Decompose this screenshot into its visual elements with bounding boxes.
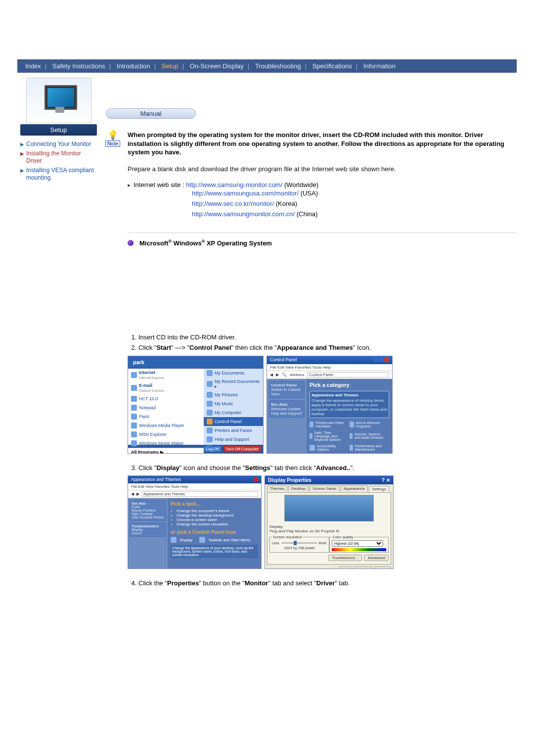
sidebar-link-connecting[interactable]: Connecting Your Monitor (26, 141, 91, 148)
troubleshoot-button[interactable]: Troubleshoot… (328, 555, 362, 561)
display-icon-label[interactable]: Display (179, 538, 192, 542)
step-1: Insert CD into the CD-ROM driver. (138, 333, 517, 342)
link-usa[interactable]: http://www.samsungusa.com/monitor/ (192, 189, 299, 197)
start-control-panel[interactable]: Control Panel (204, 417, 263, 426)
tab-screensaver[interactable]: Screen Saver (310, 485, 339, 491)
dp-tabs[interactable]: Themes Desktop Screen Saver Appearance S… (265, 484, 393, 492)
setup-section-label: Setup (20, 124, 97, 136)
link-korea[interactable]: http://www.sec.co.kr/monitor/ (192, 200, 274, 207)
arrow-icon: ▶ (20, 168, 24, 174)
at-menubar[interactable]: File Edit View Favorites Tools Help (128, 483, 261, 490)
screenshot-control-panel: Control Panel File Edit View Favorites T… (267, 356, 393, 454)
top-nav: Index| Safety Instructions| Introduction… (17, 59, 517, 73)
apply-button[interactable]: Apply (374, 567, 391, 569)
link-worldwide[interactable]: http://www.samsung-monitor.com/ (186, 181, 282, 189)
note-label: Note (105, 141, 120, 147)
screenshot-start-menu: park InternetInternet Explorer E-mailOut… (128, 356, 264, 454)
screen-resolution-group: Screen resolution Less More 1024 by 768 … (269, 535, 329, 553)
ok-button[interactable]: OK (339, 567, 352, 569)
tab-appearance[interactable]: Appearance (341, 485, 368, 491)
section-bullet-icon (128, 240, 134, 246)
nav-intro[interactable]: Introduction (114, 62, 153, 70)
sidebar-link-vesa[interactable]: Installing VESA compliant mounting (26, 167, 97, 182)
steps-list-cont2: Click the "Properties" button on the "Mo… (128, 579, 517, 588)
steps-list-cont: Click "Display" icon and choose the "Set… (128, 464, 517, 473)
step-4: Click the "Properties" button on the "Mo… (138, 579, 517, 588)
sidebar-links: ▶ Connecting Your Monitor ▶ Installing t… (20, 140, 97, 183)
cp-menubar[interactable]: File Edit View Favorites Tools Help (267, 364, 392, 371)
nav-safety[interactable]: Safety Instructions (49, 62, 108, 70)
nav-info[interactable]: Information (360, 62, 399, 70)
dp-display-value: Plug and Play Monitor on 3D Prophet III (269, 529, 389, 533)
link-china[interactable]: http://www.samsungmonitor.com.cn/ (192, 210, 295, 218)
cancel-button[interactable]: Cancel (353, 567, 372, 569)
start-menu-user: park (128, 356, 263, 369)
window-controls[interactable] (254, 477, 258, 482)
dp-monitor-preview (284, 495, 374, 521)
nav-setup[interactable]: Setup (159, 62, 181, 70)
os-heading: Microsoft® Windows® XP Operating System (139, 239, 272, 247)
display-icon[interactable] (171, 537, 177, 543)
turnoff-button[interactable]: Turn Off Computer (223, 446, 261, 452)
nav-index[interactable]: Index (22, 62, 44, 70)
resolution-slider[interactable] (281, 542, 317, 544)
left-sidebar: Setup ▶ Connecting Your Monitor ▶ Instal… (17, 77, 100, 183)
manual-subtab[interactable]: Manual (106, 108, 196, 119)
step2-screenshots: park InternetInternet Explorer E-mailOut… (128, 356, 517, 454)
tab-themes[interactable]: Themes (267, 485, 287, 491)
internet-site-line: Internet web site : http://www.samsung-m… (134, 181, 517, 189)
steps-list: Insert CD into the CD-ROM driver. Click … (128, 333, 517, 353)
nav-troubleshoot[interactable]: Troubleshooting (252, 62, 304, 70)
note-bold-text: When prompted by the operating system fo… (128, 131, 517, 157)
screenshot-appearance-themes: Appearance and Themes File Edit View Fav… (128, 475, 262, 569)
nav-specs[interactable]: Specifications (310, 62, 355, 70)
step-2: Click "Start" —> "Control Panel" then cl… (138, 343, 517, 353)
color-quality-select[interactable]: Highest (32 bit) (332, 540, 384, 547)
window-controls[interactable]: ? ✕ (382, 477, 390, 483)
arrow-icon: ▶ (20, 151, 24, 157)
advanced-button[interactable]: Advanced (364, 555, 389, 561)
window-controls[interactable] (373, 357, 389, 363)
cp-appearance-themes[interactable]: Appearance and Themes Change the appeara… (310, 391, 389, 418)
content-area: Manual 💡 Note When prompted by the opera… (100, 77, 517, 589)
separator (128, 233, 517, 233)
logoff-button[interactable]: Log Off (204, 446, 222, 452)
product-thumb (26, 78, 91, 123)
color-quality-group: Color quality Highest (32 bit) (329, 535, 389, 553)
tab-desktop[interactable]: Desktop (288, 485, 309, 491)
bullet-icon (128, 185, 130, 187)
step3-screenshots: Appearance and Themes File Edit View Fav… (128, 475, 517, 569)
sidebar-link-installing-driver[interactable]: Installing the Monitor Driver (26, 150, 97, 165)
note-plain-text: Prepare a blank disk and download the dr… (128, 165, 517, 174)
lightbulb-icon: 💡 (104, 131, 122, 140)
note-icon: 💡 Note (104, 131, 122, 147)
taskbar-start[interactable]: start (128, 453, 263, 454)
all-programs[interactable]: All Programs ▶ (128, 448, 204, 454)
arrow-icon: ▶ (20, 142, 24, 148)
nav-osd[interactable]: On-Screen Display (187, 62, 247, 70)
tab-settings[interactable]: Settings (369, 486, 389, 492)
screenshot-display-properties: Display Properties ? ✕ Themes Desktop Sc… (265, 475, 394, 569)
step-3: Click "Display" icon and choose the "Set… (138, 464, 517, 473)
